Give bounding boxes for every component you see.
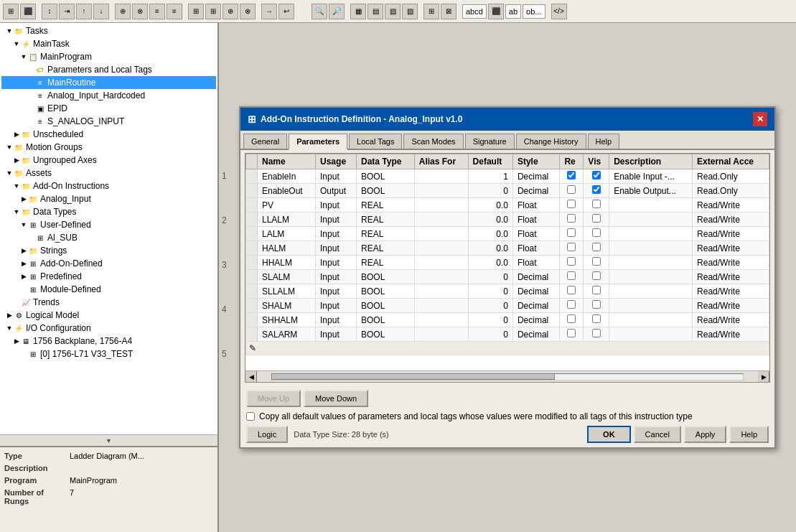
toolbar-btn-14[interactable]: ⊗ [240, 4, 256, 19]
cell-re[interactable] [560, 241, 584, 256]
expand-strings[interactable]: ▶ [20, 247, 27, 254]
toolbar-btn-19[interactable]: ▦ [350, 4, 366, 19]
tree-item-module-defined[interactable]: ▶ ⊞ Module-Defined [1, 283, 216, 296]
table-row[interactable]: HHALMInputREAL0.0FloatRead/Write [246, 256, 769, 270]
table-row[interactable]: LLALMInputREAL0.0FloatRead/Write [246, 213, 769, 227]
tree-item-motion-groups[interactable]: ▼ 📁 Motion Groups [1, 141, 216, 154]
table-row[interactable]: SLALMInputBOOL0DecimalRead/Write [246, 270, 769, 284]
cancel-button[interactable]: Cancel [634, 426, 681, 443]
scroll-thumb[interactable] [272, 374, 555, 380]
tab-parameters[interactable]: Parameters [289, 134, 347, 150]
move-up-button[interactable]: Move Up [246, 390, 301, 407]
tree-item-mainprogram[interactable]: ▼ 📋 MainProgram [1, 50, 216, 63]
toolbar-btn-8[interactable]: ⊗ [132, 4, 148, 19]
tree-scroll[interactable]: ▼ [0, 434, 217, 446]
scroll-left-btn[interactable]: ◀ [245, 371, 257, 383]
tree-item-params[interactable]: ▶ 🏷 Parameters and Local Tags [1, 63, 216, 76]
copy-checkbox[interactable] [246, 412, 255, 421]
toolbar-btn-9[interactable]: ≡ [149, 4, 165, 19]
expand-addon-defined[interactable]: ▶ [20, 260, 27, 267]
toolbar-btn-22[interactable]: ▨ [402, 4, 418, 19]
cell-vis[interactable] [584, 241, 609, 256]
parameters-table-scroll[interactable]: Name Usage Data Type Alias For Default S… [245, 154, 769, 370]
toolbar-btn-17[interactable]: 🔍 [312, 4, 327, 19]
tree-item-mainroutine[interactable]: ▶ ≡ MainRoutine [1, 76, 216, 89]
toolbar-btn-15[interactable]: → [261, 4, 277, 19]
cell-re[interactable] [560, 227, 584, 241]
logic-button[interactable]: Logic [246, 426, 288, 443]
cell-vis[interactable] [584, 227, 609, 241]
cell-re[interactable] [560, 327, 584, 342]
tab-local-tags[interactable]: Local Tags [349, 134, 402, 149]
tree-item-addon-defined[interactable]: ▶ ⊞ Add-On-Defined [1, 257, 216, 270]
toolbar-btn-26[interactable]: </> [551, 4, 567, 19]
tree-item-analog-input[interactable]: ▶ 📁 Analog_Input [1, 192, 216, 205]
table-row[interactable]: SALARMInputBOOL0DecimalRead/Write [246, 327, 769, 342]
tab-change-history[interactable]: Change History [516, 134, 586, 149]
table-row[interactable]: SHHALMInputBOOL0DecimalRead/Write [246, 313, 769, 327]
expand-backplane[interactable]: ▶ [13, 337, 20, 345]
expand-ungrouped[interactable]: ▶ [13, 157, 20, 164]
expand-analog-input[interactable]: ▶ [20, 195, 27, 202]
tree-item-user-defined[interactable]: ▼ ⊞ User-Defined [1, 218, 216, 231]
scroll-track[interactable] [271, 373, 744, 381]
table-row[interactable]: HALMInputREAL0.0FloatRead/Write [246, 241, 769, 256]
toolbar-btn-16[interactable]: ↩ [278, 4, 294, 19]
tree-item-assets[interactable]: ▼ 📁 Assets [1, 167, 216, 179]
tree-item-data-types[interactable]: ▼ 📁 Data Types [1, 205, 216, 218]
move-down-button[interactable]: Move Down [304, 390, 368, 407]
toolbar-btn-23[interactable]: ⊞ [423, 4, 439, 19]
cell-re[interactable] [560, 299, 584, 313]
expand-mainprogram[interactable]: ▼ [20, 53, 27, 60]
cell-re[interactable] [560, 256, 584, 270]
expand-tasks[interactable]: ▼ [6, 27, 13, 34]
tab-general[interactable]: General [243, 134, 287, 149]
table-row[interactable]: EnableInInputBOOL1DecimalEnable Input -.… [246, 169, 769, 184]
tab-scan-modes[interactable]: Scan Modes [403, 134, 463, 149]
toolbar-btn-25[interactable]: ⬛ [488, 4, 504, 19]
expand-predefined[interactable]: ▶ [20, 273, 27, 280]
expand-logical[interactable]: ▶ [6, 312, 13, 319]
tree-item-s-analog[interactable]: ▶ ≡ S_ANALOG_INPUT [1, 115, 216, 128]
tab-help[interactable]: Help [588, 134, 620, 149]
ok-button[interactable]: OK [587, 426, 631, 443]
tree-item-backplane[interactable]: ▶ 🖥 1756 Backplane, 1756-A4 [1, 335, 216, 347]
tree-item-controller[interactable]: ▶ ⊞ [0] 1756-L71 V33_TEST [1, 347, 216, 360]
tree-item-maintask[interactable]: ▼ ⚡ MainTask [1, 37, 216, 50]
expand-assets[interactable]: ▼ [6, 169, 13, 177]
cell-vis[interactable] [584, 299, 609, 313]
tree-item-epid[interactable]: ▶ ▣ EPID [1, 102, 216, 115]
toolbar-btn-5[interactable]: ↑ [76, 4, 92, 19]
expand-unscheduled[interactable]: ▶ [13, 131, 20, 138]
cell-re[interactable] [560, 213, 584, 227]
cell-vis[interactable] [584, 270, 609, 284]
cell-re[interactable] [560, 184, 584, 198]
toolbar-btn-24[interactable]: ⊠ [441, 4, 456, 19]
toolbar-btn-6[interactable]: ↓ [93, 4, 109, 19]
cell-re[interactable] [560, 270, 584, 284]
scroll-right-btn[interactable]: ▶ [758, 371, 769, 383]
tree-item-ungrouped[interactable]: ▶ 📁 Ungrouped Axes [1, 154, 216, 167]
apply-button[interactable]: Apply [684, 426, 727, 443]
toolbar-btn-13[interactable]: ⊕ [223, 4, 238, 19]
h-scrollbar[interactable]: ◀ ▶ [245, 370, 769, 382]
cell-re[interactable] [560, 284, 584, 299]
toolbar-btn-7[interactable]: ⊕ [115, 4, 131, 19]
cell-vis[interactable] [584, 198, 609, 213]
cell-re[interactable] [560, 198, 584, 213]
expand-maintask[interactable]: ▼ [13, 40, 20, 47]
cell-re[interactable] [560, 313, 584, 327]
tree-item-tasks[interactable]: ▼ 📁 Tasks [1, 24, 216, 37]
tree-item-logical-model[interactable]: ▶ ⚙ Logical Model [1, 309, 216, 322]
table-row[interactable]: SHALMInputBOOL0DecimalRead/Write [246, 299, 769, 313]
tree-item-strings[interactable]: ▶ 📁 Strings [1, 244, 216, 257]
toolbar-btn-2[interactable]: ⬛ [20, 4, 36, 19]
table-row[interactable]: SLLALMInputBOOL0DecimalRead/Write [246, 284, 769, 299]
cell-vis[interactable] [584, 313, 609, 327]
expand-addon-inst[interactable]: ▼ [13, 182, 20, 190]
cell-vis[interactable] [584, 256, 609, 270]
toolbar-btn-12[interactable]: ⊞ [205, 4, 221, 19]
table-row[interactable]: PVInputREAL0.0FloatRead/Write [246, 198, 769, 213]
tree-item-trends[interactable]: ▶ 📈 Trends [1, 296, 216, 309]
tree-item-analog-input-hc[interactable]: ▶ ≡ Analog_Input_Hardcoded [1, 89, 216, 102]
